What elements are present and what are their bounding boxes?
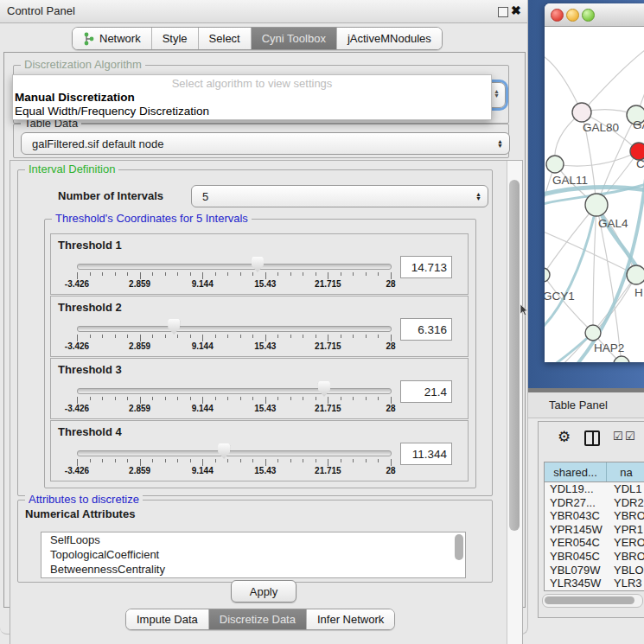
table-cell[interactable]: YDR2	[607, 496, 644, 510]
group-legend: Threshold's Coordinates for 5 Intervals	[52, 212, 252, 225]
apply-button[interactable]: Apply	[231, 580, 296, 603]
threshold-slider-handle[interactable]	[252, 257, 264, 272]
control-panel-titlebar[interactable]: Control Panel ✖	[0, 0, 527, 23]
network-node-label: HAP2	[594, 341, 624, 354]
threshold-slider-handle[interactable]	[168, 319, 180, 335]
list-item[interactable]: BetweennessCentrality	[41, 562, 465, 577]
network-node[interactable]	[614, 356, 629, 362]
num-intervals-combo[interactable]: 5 ▲▼	[191, 185, 488, 207]
close-icon[interactable]: ✖	[511, 3, 521, 17]
attributes-group: Attributes to discretize Numerical Attri…	[17, 500, 493, 583]
dropdown-item-equal-width-frequency[interactable]: Equal Width/Frequency Discretization	[13, 105, 491, 118]
table-cell[interactable]: YBR043C	[545, 509, 607, 523]
minimize-traffic-light-icon[interactable]	[566, 9, 579, 22]
threshold-slider-track[interactable]	[77, 326, 392, 332]
network-node-GAL80[interactable]	[572, 103, 591, 122]
table-cell[interactable]: YDL1	[607, 482, 644, 496]
list-scrollbar[interactable]	[455, 534, 463, 560]
table-row[interactable]: YBR045CYBRO	[545, 550, 644, 564]
close-traffic-light-icon[interactable]	[551, 9, 564, 22]
vertical-scrollbar[interactable]	[507, 161, 522, 644]
slider-tick-labels: -3.4262.8599.14415.4321.71528	[77, 404, 391, 414]
table-panel: ⚙ ☑ ☑ shared... na YDL19...YDL1YDR27...Y…	[538, 421, 644, 618]
table-cell[interactable]: YPR1	[607, 523, 644, 537]
network-node-label: GAL11	[552, 174, 588, 187]
threshold-panel: Threshold 1 -3.4262.8599.14415.4321.7152…	[50, 233, 469, 295]
table-row[interactable]: YPR145WYPR1	[545, 523, 644, 537]
network-canvas[interactable]: GAL80GACGAL11GAL4GCY1HHAP2	[545, 26, 644, 362]
network-view-window: GAL80GACGAL11GAL4GCY1HHAP2	[545, 3, 644, 362]
split-columns-icon[interactable]	[584, 430, 600, 446]
threshold-slider-handle[interactable]	[218, 443, 230, 459]
network-node-label: GAL80	[583, 121, 619, 134]
table-panel-toolbar: ⚙ ☑ ☑	[539, 427, 644, 450]
table-row[interactable]: YLR345WYLR3	[545, 577, 644, 590]
table-cell[interactable]: YDL19...	[545, 482, 607, 496]
table-row[interactable]: YER054CYERO	[545, 536, 644, 550]
table-cell[interactable]: YLR3	[607, 577, 644, 590]
tab-infer-network[interactable]: Infer Network	[306, 609, 394, 629]
table-cell[interactable]: YERO	[607, 536, 644, 550]
table-cell[interactable]: YBRO	[607, 509, 644, 523]
tab-discretize-data[interactable]: Discretize Data	[208, 609, 306, 629]
table-cell[interactable]: YDR27...	[545, 496, 607, 510]
slider-tick-labels: -3.4262.8599.14415.4321.71528	[77, 341, 391, 352]
tab-impute-data[interactable]: Impute Data	[126, 609, 208, 629]
table-panel-header: Table Panel	[528, 392, 644, 418]
table-row[interactable]: YBR043CYBRO	[545, 509, 644, 523]
tab-style[interactable]: Style	[151, 28, 198, 49]
table-row[interactable]: YIL052CYIL0	[545, 590, 644, 591]
tab-select[interactable]: Select	[198, 28, 251, 49]
network-node-GAL11[interactable]	[546, 156, 564, 173]
tab-jactivemnodules[interactable]: jActiveMNodules	[336, 28, 442, 49]
threshold-label: Threshold 1	[58, 239, 122, 252]
gear-icon[interactable]: ⚙	[558, 428, 571, 446]
numerical-attributes-list: SelfLoops TopologicalCoefficient Between…	[41, 532, 466, 578]
threshold-slider-track[interactable]	[77, 450, 392, 456]
network-node-HAP2[interactable]	[585, 325, 601, 341]
table-cell[interactable]: YBR045C	[545, 550, 607, 564]
threshold-value-field[interactable]: 11.344	[400, 443, 452, 465]
checkbox-icon[interactable]: ☑	[613, 430, 623, 443]
dropdown-item-manual-discretization[interactable]: Manual Discretization	[13, 91, 491, 105]
column-header-shared-name[interactable]: shared...	[545, 462, 607, 481]
table-row[interactable]: YDR27...YDR2	[545, 496, 644, 510]
network-node-GCY1[interactable]	[545, 268, 550, 282]
table-cell[interactable]: YBLO	[607, 564, 644, 577]
threshold-slider-track[interactable]	[77, 264, 392, 270]
threshold-slider-track[interactable]	[77, 388, 392, 394]
table-row[interactable]: YBL079WYBLO	[545, 564, 644, 577]
slider-tick-labels: -3.4262.8599.14415.4321.71528	[77, 279, 391, 290]
table-cell[interactable]: YIL052C	[545, 590, 607, 591]
horizontal-scrollbar[interactable]	[542, 594, 643, 608]
list-item[interactable]: SelfLoops	[41, 532, 465, 547]
checkbox-icon[interactable]: ☑	[625, 430, 635, 443]
table-data-combo[interactable]: galFiltered.sif default node ▲▼	[21, 132, 510, 155]
column-header-name[interactable]: na	[607, 462, 644, 481]
table-cell[interactable]: YBL079W	[545, 564, 607, 577]
table-cell[interactable]: YER054C	[545, 536, 607, 550]
table-cell[interactable]: YBRO	[607, 550, 644, 564]
table-cell[interactable]: YIL0	[607, 590, 644, 591]
threshold-slider-handle[interactable]	[318, 381, 330, 397]
scrollbar-thumb[interactable]	[545, 596, 634, 604]
combo-stepper-icon: ▲▼	[475, 192, 481, 201]
table-row[interactable]: YDL19...YDL1	[545, 482, 644, 496]
network-node-GAL4[interactable]	[585, 194, 608, 216]
network-window-titlebar[interactable]	[545, 3, 644, 27]
network-node[interactable]	[627, 265, 644, 284]
list-item[interactable]: TopologicalCoefficient	[41, 547, 465, 562]
table-cell[interactable]: YLR345W	[545, 577, 607, 590]
tab-network[interactable]: Network	[73, 28, 151, 49]
threshold-value-field[interactable]: 21.4	[400, 380, 452, 403]
zoom-traffic-light-icon[interactable]	[582, 9, 595, 22]
float-window-icon[interactable]	[498, 7, 508, 17]
control-panel-window: Control Panel ✖ Network Style Select Cyn…	[0, 0, 528, 634]
table-cell[interactable]: YPR145W	[545, 523, 607, 537]
scrollbar-thumb[interactable]	[509, 180, 520, 531]
threshold-value-field[interactable]: 14.713	[400, 256, 452, 278]
screen: Control Panel ✖ Network Style Select Cyn…	[0, 0, 644, 644]
threshold-value-field[interactable]: 6.316	[400, 318, 452, 341]
tab-cyni-toolbox[interactable]: Cyni Toolbox	[251, 28, 336, 49]
network-node-label: GA	[633, 118, 644, 131]
